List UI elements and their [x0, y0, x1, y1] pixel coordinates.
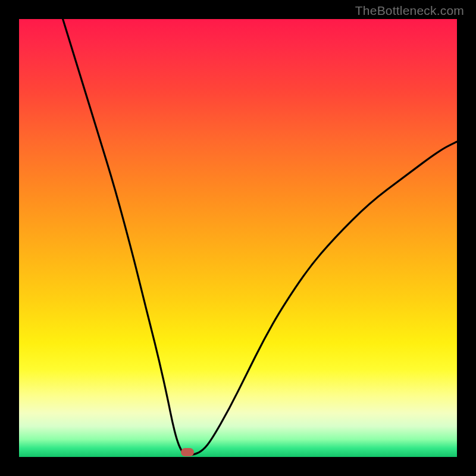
- plot-area: [19, 19, 457, 457]
- bottleneck-curve: [19, 19, 457, 457]
- chart-frame: TheBottleneck.com: [0, 0, 476, 476]
- bottleneck-marker-icon: [181, 448, 194, 456]
- watermark-text: TheBottleneck.com: [355, 4, 464, 18]
